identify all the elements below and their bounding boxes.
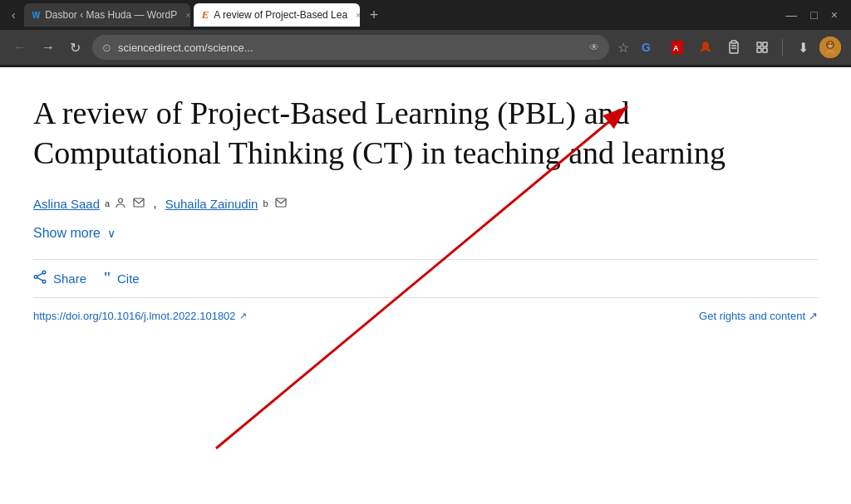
svg-rect-10 — [757, 42, 761, 46]
tab-wordpress[interactable]: W Dasbor ‹ Mas Huda — WordP × — [24, 3, 190, 27]
maximize-icon[interactable]: □ — [810, 8, 817, 22]
tab-sciencedirect-label: A review of Project-Based Lea — [214, 9, 347, 21]
tracking-protection-icon: 👁 — [589, 42, 599, 53]
share-label: Share — [53, 272, 86, 286]
svg-rect-6 — [730, 42, 738, 53]
minimize-icon[interactable]: — — [785, 8, 797, 22]
refresh-button[interactable]: ↻ — [66, 38, 84, 57]
svg-rect-7 — [731, 41, 736, 43]
author-aslina-email-icon[interactable] — [133, 198, 145, 210]
google-translate-icon[interactable]: G — [637, 36, 661, 59]
tab-scroll-back[interactable]: ‹ — [7, 5, 21, 25]
chevron-down-icon: ∨ — [107, 227, 116, 240]
close-icon[interactable]: × — [831, 8, 838, 22]
svg-point-24 — [42, 280, 46, 283]
tab-sciencedirect[interactable]: E A review of Project-Based Lea × — [194, 3, 360, 27]
author-suhaila-sup: b — [263, 198, 268, 208]
doi-link[interactable]: https://doi.org/10.1016/j.lmot.2022.1018… — [33, 310, 247, 322]
share-button[interactable]: Share — [33, 270, 86, 287]
svg-point-17 — [828, 43, 829, 46]
acrobat-icon[interactable]: A — [666, 36, 689, 59]
svg-line-25 — [37, 273, 43, 276]
svg-rect-21 — [276, 198, 286, 207]
window-controls: — □ × — [785, 8, 844, 22]
toolbar-icons: G A — [637, 36, 841, 59]
svg-line-26 — [37, 277, 43, 281]
svg-rect-1 — [671, 41, 683, 54]
doi-url: https://doi.org/10.1016/j.lmot.2022.1018… — [33, 310, 236, 322]
tab-wordpress-close[interactable]: × — [185, 10, 189, 20]
url-security-icon: ⊙ — [102, 42, 111, 54]
wordpress-favicon: W — [32, 9, 40, 21]
doi-external-icon: ↗ — [239, 311, 247, 321]
back-button[interactable]: ← — [10, 38, 30, 56]
svg-rect-12 — [757, 48, 761, 52]
svg-marker-4 — [700, 48, 706, 52]
address-bar: ← → ↻ ⊙ sciencedirect.com/science... 👁 ☆… — [0, 30, 851, 65]
toolbar-separator — [782, 39, 783, 56]
bookmark-icon[interactable]: ☆ — [617, 40, 629, 56]
article-title: A review of Project-Based Learning (PBL)… — [33, 94, 818, 173]
mendeley-icon[interactable] — [694, 36, 717, 59]
svg-point-3 — [702, 42, 709, 50]
cite-icon: " — [103, 270, 111, 287]
tab-bar: ‹ W Dasbor ‹ Mas Huda — WordP × E A revi… — [0, 0, 851, 30]
forward-button[interactable]: → — [38, 38, 58, 56]
tab-wordpress-label: Dasbor ‹ Mas Huda — WordP — [45, 9, 177, 21]
author-suhaila-email-icon[interactable] — [275, 198, 287, 210]
clipboard-icon[interactable] — [722, 36, 745, 59]
rights-label: Get rights and content — [699, 310, 805, 322]
footer-row: https://doi.org/10.1016/j.lmot.2022.1018… — [33, 298, 818, 322]
cite-button[interactable]: " Cite — [103, 270, 140, 287]
author-aslina-sup: a — [105, 198, 110, 208]
page-content: A review of Project-Based Learning (PBL)… — [0, 65, 851, 322]
author-person-icon[interactable] — [115, 197, 126, 211]
share-icon — [33, 270, 47, 287]
svg-text:G: G — [642, 41, 651, 54]
authors-row: Aslina Saad a , Suhaila Zainudin b — [33, 196, 818, 211]
svg-point-19 — [119, 198, 123, 203]
tab-sciencedirect-close[interactable]: × — [356, 10, 360, 20]
svg-text:A: A — [673, 44, 679, 52]
rights-link[interactable]: Get rights and content ↗ — [699, 310, 818, 322]
rights-external-icon: ↗ — [809, 310, 818, 322]
browser-chrome: ‹ W Dasbor ‹ Mas Huda — WordP × E A revi… — [0, 0, 851, 65]
new-tab-button[interactable]: + — [363, 7, 386, 24]
cite-label: Cite — [117, 272, 140, 286]
sciencedirect-favicon: E — [202, 9, 209, 21]
extensions-icon[interactable] — [750, 36, 774, 59]
author-suhaila-zainudin[interactable]: Suhaila Zainudin — [165, 197, 258, 211]
url-text: sciencedirect.com/science... — [118, 42, 583, 54]
svg-point-23 — [34, 276, 37, 279]
svg-marker-5 — [706, 48, 711, 52]
author-separator: , — [153, 196, 156, 211]
svg-rect-20 — [134, 198, 144, 207]
svg-rect-13 — [763, 48, 767, 52]
action-row: Share " Cite — [33, 259, 818, 298]
svg-point-22 — [42, 271, 46, 274]
url-box[interactable]: ⊙ sciencedirect.com/science... 👁 — [92, 35, 609, 60]
svg-point-18 — [830, 43, 832, 46]
show-more-row[interactable]: Show more ∨ — [33, 226, 818, 241]
svg-rect-11 — [763, 42, 767, 46]
download-icon[interactable]: ⬇ — [791, 36, 814, 59]
user-avatar[interactable] — [819, 37, 841, 58]
author-aslina-saad[interactable]: Aslina Saad — [33, 197, 100, 211]
show-more-label[interactable]: Show more — [33, 226, 101, 241]
